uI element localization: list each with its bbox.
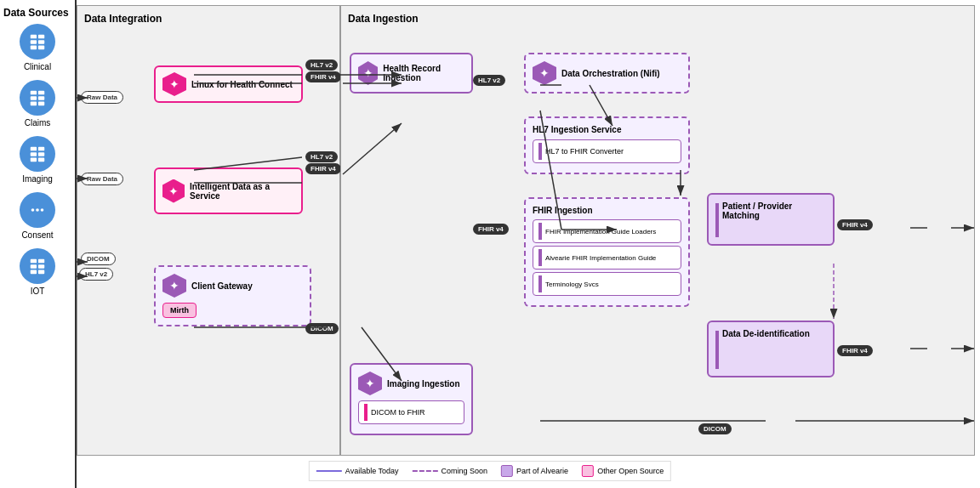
legend-coming-soon-line xyxy=(413,470,438,472)
svg-rect-52 xyxy=(31,270,37,275)
nifi-label: Data Orchestration (Nifi) xyxy=(561,69,660,78)
hl7-converter-label: HL7 to FHIR Converter xyxy=(545,147,624,156)
dicom-label: DICOM xyxy=(81,253,116,265)
patient-provider-box: Patient / Provider Matching xyxy=(707,193,835,246)
linux-label: Linux for Health Connect xyxy=(191,80,293,89)
svg-rect-27 xyxy=(31,35,37,39)
legend-other: Other Open Source xyxy=(582,465,664,477)
svg-point-45 xyxy=(36,209,39,213)
alvearie-bar xyxy=(538,249,542,266)
hl7-service-title: HL7 Ingestion Service xyxy=(533,125,681,134)
health-record-label: Health Record Ingestion xyxy=(383,64,464,82)
fhir-output-pill: FHIR v4 xyxy=(837,218,873,229)
hl7-pill-top: HL7 v2 xyxy=(305,59,338,69)
fhir-guide-loaders-label: FHIR Implementation Guide Loaders xyxy=(545,228,656,235)
legend-other-box xyxy=(582,465,594,477)
dicom-output-pill: DICOM xyxy=(698,423,732,433)
nifi-header: ✦ Data Orchestration (Nifi) xyxy=(533,61,681,85)
dicom-pill: DICOM xyxy=(81,253,116,263)
svg-rect-50 xyxy=(31,265,37,270)
svg-point-46 xyxy=(31,209,35,213)
legend-part-of-label: Part of Alvearie xyxy=(516,467,568,475)
iot-icon xyxy=(20,248,55,284)
terminology-box: Terminology Svcs xyxy=(533,272,681,296)
fhir-deident-label: FHIR v4 xyxy=(837,345,873,356)
patient-provider-header: Patient / Provider Matching xyxy=(715,201,826,237)
alvearie-fhir-box: Alvearie FHIR Implementation Guide xyxy=(533,246,681,270)
dicom-fhir-box: DICOM to FHIR xyxy=(358,400,464,424)
legend-coming-soon: Coming Soon xyxy=(413,467,488,475)
dicom-out-label: DICOM xyxy=(305,323,339,334)
fhir-output-label: FHIR v4 xyxy=(837,219,873,230)
svg-rect-32 xyxy=(38,46,44,50)
alvearie-label: Alvearie FHIR Implementation Guide xyxy=(545,254,656,262)
consent-label: Consent xyxy=(21,230,53,240)
legend-coming-soon-label: Coming Soon xyxy=(442,467,488,475)
fhir-guide-bar1 xyxy=(538,223,542,240)
health-record-header: ✦ Health Record Ingestion xyxy=(358,61,464,85)
deidentification-label: Data De-identification xyxy=(722,329,810,338)
data-integration-box: Data Integration Raw Data ✦ Linux for He… xyxy=(77,5,340,456)
legend: Available Today Coming Soon Part of Alve… xyxy=(309,461,671,481)
mirth-label: Mirth xyxy=(162,303,197,318)
fhir-ingestion-title: FHIR Ingestion xyxy=(533,206,681,215)
data-ingestion-box: Data Ingestion ✦ Health Record Ingestion… xyxy=(340,5,975,456)
svg-rect-37 xyxy=(31,102,37,106)
dicom-fhir-bar xyxy=(364,404,368,421)
deidentification-header: Data De-identification xyxy=(715,329,826,369)
patient-provider-bar xyxy=(715,203,719,237)
deidentification-box: Data De-identification xyxy=(707,321,835,377)
raw-data-pill-claims: Raw Data xyxy=(81,173,123,183)
svg-rect-51 xyxy=(38,265,44,270)
svg-rect-40 xyxy=(38,147,44,151)
client-gateway-box: ✦ Client Gateway Mirth xyxy=(154,265,311,326)
raw-data-label-claims: Raw Data xyxy=(81,173,123,185)
client-gateway-header: ✦ Client Gateway xyxy=(162,274,303,298)
svg-rect-41 xyxy=(31,153,37,157)
svg-point-47 xyxy=(41,209,44,213)
iot-label: IOT xyxy=(31,287,45,296)
hl7-converter-bar xyxy=(538,143,542,160)
svg-rect-29 xyxy=(31,41,37,45)
svg-rect-31 xyxy=(31,46,37,50)
fhir-pill-hri: FHIR v4 xyxy=(473,223,509,233)
terminology-label: Terminology Svcs xyxy=(545,281,599,288)
dicom-output-label: DICOM xyxy=(698,423,732,434)
legend-part-of: Part of Alvearie xyxy=(501,465,568,477)
hl7-pill-imaging: HL7 v2 xyxy=(79,268,113,278)
legend-available: Available Today xyxy=(316,467,399,475)
hl7-converter-box: HL7 to FHIR Converter xyxy=(533,139,681,163)
terminology-bar xyxy=(538,275,542,292)
source-iot: IOT xyxy=(3,248,71,296)
linux-health-connect-box: ✦ Linux for Health Connect xyxy=(154,65,303,103)
deidentification-bar xyxy=(715,331,719,369)
svg-rect-38 xyxy=(38,102,44,106)
fhir-deident-output-pill: FHIR v4 xyxy=(837,344,873,355)
idaas-box: ✦ Intelligent Data as a Service xyxy=(154,167,303,214)
imaging-label: Imaging xyxy=(22,174,53,184)
main-container: Data Sources Clinical Claims Imaging Con… xyxy=(0,0,980,488)
imaging-ingestion-label: Imaging Ingestion xyxy=(387,379,460,389)
hl7-label-top: HL7 v2 xyxy=(305,60,338,71)
hl7-label-imaging: HL7 v2 xyxy=(79,268,113,281)
legend-part-of-box xyxy=(501,465,513,477)
clinical-icon xyxy=(20,24,55,60)
svg-rect-42 xyxy=(38,153,44,157)
imaging-icon xyxy=(20,136,55,172)
svg-rect-33 xyxy=(31,91,37,95)
client-gateway-label: Client Gateway xyxy=(191,281,253,291)
clinical-label: Clinical xyxy=(24,62,51,71)
imaging-ingestion-icon: ✦ xyxy=(358,372,382,395)
svg-rect-48 xyxy=(31,259,37,264)
legend-available-line xyxy=(316,470,342,472)
health-record-box: ✦ Health Record Ingestion xyxy=(350,53,473,94)
svg-rect-28 xyxy=(38,35,44,39)
linux-icon: ✦ xyxy=(162,72,186,96)
hl7-pill-hri: HL7 v2 xyxy=(473,74,505,84)
fhir-hri-label: FHIR v4 xyxy=(473,224,509,235)
fhir-pill-mid: FHIR v4 xyxy=(305,162,341,173)
data-ingestion-title: Data Ingestion xyxy=(348,13,967,25)
client-gateway-icon: ✦ xyxy=(162,274,186,298)
nifi-box: ✦ Data Orchestration (Nifi) xyxy=(524,53,690,94)
fhir-guide-loaders-box: FHIR Implementation Guide Loaders xyxy=(533,219,681,243)
